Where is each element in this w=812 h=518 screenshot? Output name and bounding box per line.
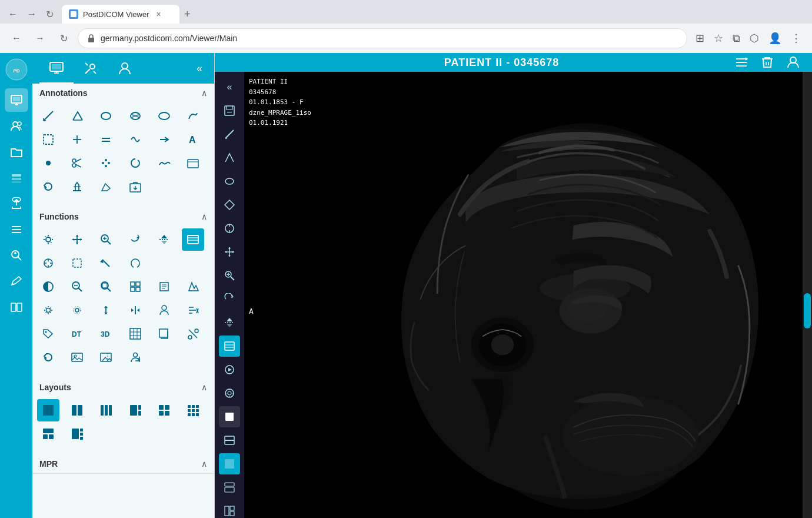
func-rotate[interactable] bbox=[124, 228, 147, 251]
func-cog1[interactable] bbox=[37, 299, 59, 321]
annotation-dot[interactable] bbox=[37, 152, 59, 174]
func-split-horiz[interactable] bbox=[124, 299, 147, 321]
vtool-panels[interactable] bbox=[219, 477, 240, 498]
header-list-button[interactable] bbox=[732, 53, 751, 72]
mpr-toggle[interactable]: ∧ bbox=[201, 459, 207, 469]
bookmark-button[interactable]: ☆ bbox=[710, 29, 727, 47]
sidebar-item-list[interactable] bbox=[5, 218, 28, 241]
func-colorize[interactable] bbox=[182, 275, 204, 298]
annotation-roi[interactable] bbox=[37, 128, 59, 151]
vtool-square-blue[interactable] bbox=[219, 453, 240, 474]
func-empty3[interactable] bbox=[182, 252, 204, 274]
annotation-erase[interactable] bbox=[95, 175, 117, 198]
func-grid-lines[interactable] bbox=[124, 323, 147, 345]
vtool-ruler[interactable] bbox=[219, 124, 240, 145]
func-tag[interactable] bbox=[37, 323, 59, 345]
sidebar-item-upload[interactable] bbox=[5, 192, 28, 215]
functions-toggle[interactable]: ∧ bbox=[201, 212, 207, 221]
annotation-export[interactable] bbox=[124, 175, 147, 198]
annotation-circle[interactable] bbox=[95, 105, 117, 127]
func-grid-view[interactable] bbox=[124, 275, 147, 298]
vtool-stack-active[interactable] bbox=[219, 336, 240, 357]
vtool-pan[interactable] bbox=[219, 241, 240, 263]
panel-collapse-button[interactable]: « bbox=[192, 58, 207, 79]
layout-3x3[interactable] bbox=[182, 399, 204, 421]
translate-button[interactable]: ⊞ bbox=[692, 29, 708, 47]
header-delete-button[interactable] bbox=[758, 53, 777, 72]
tab-close-button[interactable]: × bbox=[154, 8, 163, 20]
func-zoom-out[interactable] bbox=[66, 275, 88, 298]
func-image2[interactable] bbox=[95, 346, 117, 368]
vtool-cine[interactable] bbox=[219, 359, 240, 380]
vtool-white[interactable] bbox=[219, 406, 240, 427]
extension-button[interactable]: ⬡ bbox=[746, 29, 763, 47]
annotation-hatch[interactable] bbox=[124, 105, 147, 127]
func-empty2[interactable] bbox=[153, 252, 175, 274]
annotation-scissors[interactable] bbox=[66, 152, 88, 174]
tab-user[interactable] bbox=[108, 53, 142, 84]
sidebar-item-layers[interactable] bbox=[5, 166, 28, 190]
annotation-lasso[interactable] bbox=[124, 152, 147, 174]
vtool-sync[interactable] bbox=[219, 383, 240, 404]
sidebar-item-folder[interactable] bbox=[5, 140, 28, 164]
func-zoom[interactable] bbox=[95, 228, 117, 251]
sidebar-item-display[interactable] bbox=[5, 295, 28, 319]
func-stack[interactable] bbox=[182, 228, 204, 251]
back-nav-button[interactable]: ← bbox=[7, 29, 26, 48]
annotation-equal[interactable] bbox=[95, 128, 117, 151]
vtool-zoom[interactable] bbox=[219, 265, 240, 286]
annotation-clear[interactable] bbox=[66, 175, 88, 198]
vtool-grid2[interactable] bbox=[219, 500, 240, 518]
functions-header[interactable]: Functions ∧ bbox=[32, 207, 214, 226]
vtool-flip[interactable] bbox=[219, 312, 240, 333]
layouts-toggle[interactable]: ∧ bbox=[201, 383, 207, 392]
menu-button[interactable]: ⋮ bbox=[787, 29, 805, 47]
annotation-arrow[interactable] bbox=[153, 128, 175, 151]
tab-monitor[interactable] bbox=[39, 53, 74, 84]
layout-wide-split[interactable] bbox=[124, 399, 147, 421]
func-image[interactable] bbox=[66, 346, 88, 368]
sidebar-item-monitor[interactable] bbox=[5, 88, 28, 112]
header-user-button[interactable] bbox=[784, 53, 803, 72]
annotation-wave[interactable] bbox=[153, 152, 175, 174]
func-resize[interactable] bbox=[153, 323, 175, 345]
annotation-spline[interactable] bbox=[124, 128, 147, 151]
scrollbar-thumb[interactable] bbox=[804, 293, 811, 328]
func-needle[interactable] bbox=[95, 252, 117, 274]
vtool-rotate[interactable] bbox=[219, 288, 240, 310]
vtool-angle[interactable] bbox=[219, 147, 240, 168]
mpr-header[interactable]: MPR ∧ bbox=[32, 454, 214, 473]
forward-button[interactable]: → bbox=[24, 6, 40, 22]
annotation-extra[interactable] bbox=[182, 152, 204, 174]
func-magnify[interactable] bbox=[153, 275, 175, 298]
func-pan[interactable] bbox=[66, 228, 88, 251]
func-sort[interactable] bbox=[182, 299, 204, 321]
annotation-ruler[interactable] bbox=[37, 105, 59, 127]
sidebar-item-pencil[interactable] bbox=[5, 270, 28, 293]
active-tab[interactable]: PostDICOM Viewer × bbox=[62, 5, 179, 24]
image-scrollbar[interactable] bbox=[803, 72, 812, 518]
back-button[interactable]: ← bbox=[5, 6, 21, 22]
forward-nav-button[interactable]: → bbox=[31, 29, 49, 48]
address-bar[interactable]: germany.postdicom.com/Viewer/Main bbox=[78, 28, 687, 48]
annotation-crosshair[interactable] bbox=[66, 128, 88, 151]
layout-2x2[interactable] bbox=[153, 399, 175, 421]
layout-3x1[interactable] bbox=[95, 399, 117, 421]
func-lasso2[interactable] bbox=[124, 252, 147, 274]
vtool-collapse[interactable]: « bbox=[219, 77, 240, 98]
annotation-ellipse[interactable] bbox=[153, 105, 175, 127]
layout-1x1[interactable] bbox=[37, 399, 59, 421]
func-dt[interactable]: DT bbox=[66, 323, 88, 345]
func-zoom-rect[interactable] bbox=[95, 275, 117, 298]
annotations-header[interactable]: Annotations ∧ bbox=[32, 84, 214, 102]
layouts-header[interactable]: Layouts ∧ bbox=[32, 378, 214, 397]
reload-nav-button[interactable]: ↻ bbox=[54, 29, 73, 48]
vtool-save[interactable] bbox=[219, 100, 240, 121]
tab-tools[interactable] bbox=[74, 53, 108, 84]
reload-button[interactable]: ↻ bbox=[42, 6, 57, 22]
split-button[interactable]: ⧉ bbox=[729, 29, 744, 47]
dicom-image[interactable]: PATIENT II 0345678 01.01.1853 - F dzne_M… bbox=[244, 72, 812, 518]
func-3d[interactable]: 3D bbox=[95, 323, 117, 345]
annotation-freehand[interactable] bbox=[182, 105, 204, 127]
func-move-vert[interactable] bbox=[95, 299, 117, 321]
